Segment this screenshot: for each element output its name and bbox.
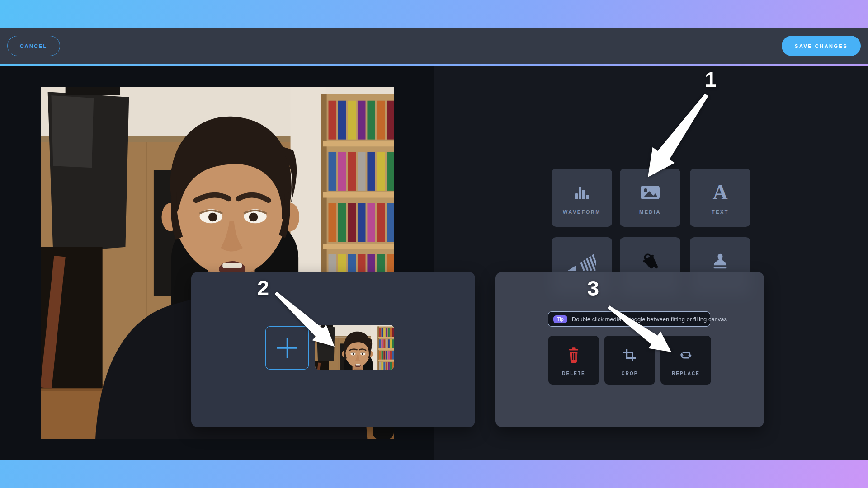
text-icon: A	[712, 181, 727, 204]
tip-bar: Tip Double click media to toggle between…	[548, 311, 710, 327]
stamp-icon	[710, 250, 730, 272]
media-editor-app: CANCEL SAVE CHANGES WAVEFORM MEDIA	[0, 0, 868, 488]
replace-icon	[678, 347, 694, 364]
media-thumbnail[interactable]	[315, 325, 394, 370]
trash-icon	[566, 347, 581, 364]
top-toolbar: CANCEL SAVE CHANGES	[0, 28, 868, 64]
media-icon	[639, 181, 661, 204]
add-media-button[interactable]	[265, 326, 309, 370]
media-context-panel: Tip Double click media to toggle between…	[495, 272, 764, 427]
action-label: DELETE	[562, 371, 585, 376]
annotation-number-3: 3	[587, 276, 599, 300]
tool-waveform-button[interactable]: WAVEFORM	[552, 169, 612, 227]
plus-icon	[277, 338, 297, 358]
media-thumbnail-image	[315, 325, 394, 370]
save-changes-button[interactable]: SAVE CHANGES	[782, 36, 861, 56]
tool-label: TEXT	[712, 209, 729, 215]
media-tray-panel	[191, 272, 475, 427]
crop-icon	[623, 347, 637, 364]
paint-bucket-icon	[640, 250, 660, 272]
tip-badge: Tip	[553, 315, 567, 323]
tip-text: Double click media to toggle between fit…	[572, 316, 727, 323]
action-label: CROP	[622, 371, 638, 376]
delete-button[interactable]: DELETE	[548, 336, 599, 385]
tool-label: MEDIA	[639, 209, 661, 215]
annotation-number-1: 1	[705, 67, 717, 92]
action-label: REPLACE	[672, 371, 700, 376]
waveform-icon	[573, 181, 591, 204]
annotation-number-2: 2	[257, 275, 269, 300]
tool-media-button[interactable]: MEDIA	[620, 169, 680, 227]
crop-button[interactable]: CROP	[604, 336, 655, 385]
tool-text-button[interactable]: A TEXT	[690, 169, 750, 227]
tool-label: WAVEFORM	[563, 209, 601, 215]
cancel-button[interactable]: CANCEL	[7, 36, 60, 56]
replace-button[interactable]: REPLACE	[660, 336, 711, 385]
progress-icon	[568, 250, 596, 272]
